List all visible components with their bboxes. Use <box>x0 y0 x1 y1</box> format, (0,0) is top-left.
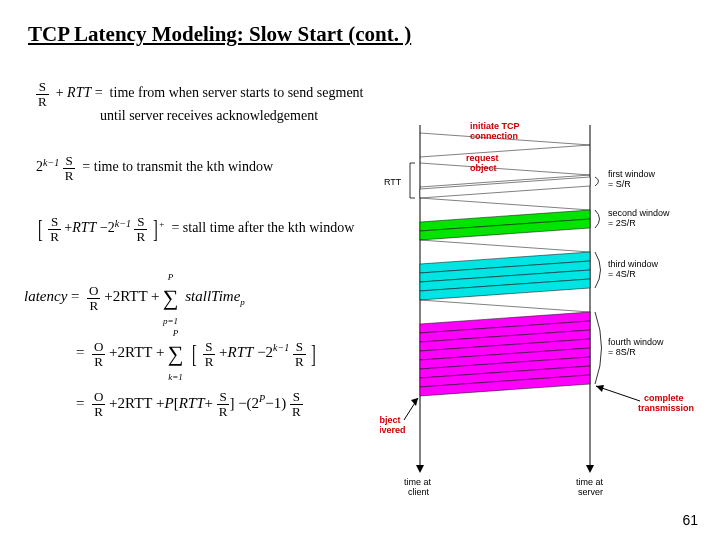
eq-sr-rtt: SR + RTT = time from when server starts … <box>36 80 364 108</box>
rtt-label: RTT <box>384 177 402 187</box>
svg-line-5 <box>420 145 590 157</box>
win1-label-a: first window <box>608 169 656 179</box>
delivered-b: delivered <box>380 425 406 435</box>
complete-b: transmission <box>638 403 694 413</box>
win2-label-b: = 2S/R <box>608 218 636 228</box>
req-b: object <box>470 163 497 173</box>
eq-kth-window: 2k−1 SR = time to transmit the kth windo… <box>36 154 273 182</box>
svg-marker-30 <box>596 385 604 392</box>
svg-marker-32 <box>411 398 418 406</box>
time-server-b: server <box>578 487 603 495</box>
time-client-a: time at <box>404 477 432 487</box>
time-client-b: client <box>408 487 430 495</box>
slowstart-diagram: RTT first window = S/R second window = 2… <box>380 115 700 495</box>
init-tcp-a: initiate TCP <box>470 121 520 131</box>
eq-latency-line1: latency = OR +2RTT +P∑p=1 stallTimep <box>24 280 245 316</box>
svg-line-6 <box>420 163 590 175</box>
req-a: request <box>466 153 499 163</box>
eq-sr-rtt-line2: until server receives acknowledgement <box>100 108 318 124</box>
win4-label-b: = 8S/R <box>608 347 636 357</box>
svg-marker-8 <box>420 177 590 198</box>
svg-marker-3 <box>586 465 594 473</box>
win3-label-a: third window <box>608 259 659 269</box>
eq-latency-line2: = OR +2RTT +P∑k=1 [ SR +RTT −2k−1 SR ] <box>76 336 318 372</box>
svg-line-9 <box>420 198 590 210</box>
svg-line-12 <box>420 240 590 252</box>
eq-latency-line3: = OR +2RTT +P[RTT+ SR] −(2P−1) SR <box>76 390 303 418</box>
svg-line-17 <box>420 300 590 312</box>
complete-a: complete <box>644 393 684 403</box>
win2-label-a: second window <box>608 208 670 218</box>
win1-label-b: = S/R <box>608 179 631 189</box>
eq-stall-time: [ SR +RTT −2k−1 SR ]+ = stall time after… <box>36 214 354 244</box>
init-tcp-b: connection <box>470 131 518 141</box>
page-number: 61 <box>682 512 698 528</box>
win3-label-b: = 4S/R <box>608 269 636 279</box>
delivered-a: object <box>380 415 401 425</box>
time-server-a: time at <box>576 477 604 487</box>
win4-label-a: fourth window <box>608 337 664 347</box>
svg-marker-2 <box>416 465 424 473</box>
slide-title: TCP Latency Modeling: Slow Start (cont. … <box>28 22 411 47</box>
